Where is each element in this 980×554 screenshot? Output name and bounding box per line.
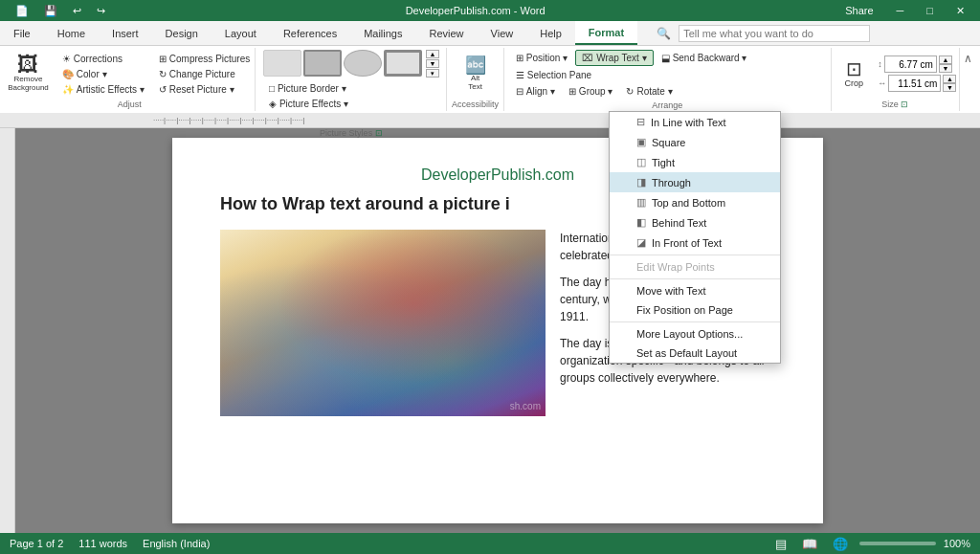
height-down[interactable]: ▼: [939, 64, 952, 73]
style-swatch-2[interactable]: [303, 50, 342, 77]
tab-help[interactable]: Help: [526, 21, 575, 45]
position-label: Position ▾: [526, 53, 568, 63]
remove-background-button[interactable]: 🖼 RemoveBackground: [3, 52, 54, 96]
read-mode-btn[interactable]: 📖: [798, 535, 821, 553]
style-swatch-1[interactable]: [263, 50, 301, 77]
corrections-button[interactable]: ☀ Corrections: [56, 52, 150, 66]
wrap-infront-item[interactable]: ◪ In Front of Text: [610, 233, 780, 253]
wrap-inline-label: In Line with Text: [651, 117, 726, 128]
tab-layout[interactable]: Layout: [212, 21, 270, 45]
wrap-behind-item[interactable]: ◧ Behind Text: [610, 212, 780, 233]
menu-undo[interactable]: ↩: [65, 3, 89, 19]
picture-border-icon: □: [269, 83, 275, 94]
picture-border-label: Picture Border ▾: [278, 83, 346, 94]
menu-redo[interactable]: ↪: [89, 3, 113, 19]
group-icon: ⊞: [568, 86, 576, 97]
tab-mailings[interactable]: Mailings: [350, 21, 415, 45]
rotate-button[interactable]: ↻ Rotate ▾: [620, 84, 678, 99]
corrections-icon: ☀: [62, 54, 71, 64]
wrap-text-icon: ⌧: [582, 53, 593, 63]
wrap-through-icon: ◨: [636, 176, 646, 188]
tab-review[interactable]: Review: [416, 21, 478, 45]
maximize-button[interactable]: □: [919, 3, 941, 18]
web-layout-btn[interactable]: 🌐: [829, 535, 852, 553]
wrap-through-item[interactable]: ◨ Through: [610, 172, 780, 192]
height-input[interactable]: [884, 55, 937, 73]
wrap-inline-icon: ⊟: [636, 116, 645, 128]
language: English (India): [143, 538, 210, 549]
crop-button[interactable]: ⊡ Crop: [834, 56, 874, 91]
width-up[interactable]: ▲: [943, 75, 956, 83]
wrap-text-label: Wrap Text ▾: [596, 53, 646, 63]
style-swatch-4[interactable]: [384, 50, 422, 77]
height-label: ↕: [878, 59, 882, 69]
ribbon-tabs: File Home Insert Design Layout Reference…: [0, 21, 980, 46]
tab-home[interactable]: Home: [44, 21, 99, 45]
tab-format[interactable]: Format: [575, 21, 637, 45]
arrange-group: ⊞ Position ▾ ⌧ Wrap Text ▾ ⬓ Send Backwa…: [504, 48, 832, 111]
wrap-edit-points-item: Edit Wrap Points: [610, 257, 780, 277]
wrap-square-label: Square: [652, 137, 685, 148]
picture-border-button[interactable]: □ Picture Border ▾: [263, 81, 354, 96]
menu-save[interactable]: 💾: [36, 3, 65, 19]
width-input[interactable]: [888, 75, 941, 92]
wrap-text-button[interactable]: ⌧ Wrap Text ▾: [575, 50, 653, 66]
wrap-move-with-text-item[interactable]: Move with Text: [610, 281, 780, 300]
wrap-square-icon: ▣: [636, 136, 646, 148]
wrap-inline-item[interactable]: ⊟ In Line with Text: [610, 112, 780, 132]
rotate-icon: ↻: [626, 86, 634, 97]
print-layout-btn[interactable]: ▤: [771, 535, 791, 553]
wrap-set-default-item[interactable]: Set as Default Layout: [610, 343, 780, 363]
wrap-move-with-text-label: Move with Text: [636, 285, 706, 297]
wrap-more-options-item[interactable]: More Layout Options...: [610, 324, 780, 343]
wrap-square-item[interactable]: ▣ Square: [610, 132, 780, 152]
wrap-edit-points-label: Edit Wrap Points: [636, 261, 715, 273]
artistic-effects-button[interactable]: ✨ Artistic Effects ▾: [56, 82, 150, 97]
zoom-slider[interactable]: [859, 542, 936, 545]
send-backward-button[interactable]: ⬓ Send Backward ▾: [656, 50, 753, 66]
picture-effects-button[interactable]: ◈ Picture Effects ▾: [263, 97, 354, 111]
styles-scroll-down[interactable]: ▼: [426, 59, 439, 68]
menu-file[interactable]: 📄: [8, 3, 36, 19]
wrap-tight-item[interactable]: ◫ Tight: [610, 152, 780, 172]
tab-references[interactable]: References: [270, 21, 350, 45]
selection-pane-button[interactable]: ☰ Selection Pane: [510, 68, 597, 82]
compress-pictures-button[interactable]: ⊞ Compress Pictures: [153, 52, 256, 66]
doc-image[interactable]: sh.com: [220, 230, 546, 416]
size-expand-icon[interactable]: ⊡: [901, 100, 908, 109]
minimize-button[interactable]: ─: [889, 3, 912, 18]
size-inputs: ↕ ▲ ▼ ↔ ▲ ▼: [878, 55, 956, 92]
word-count: 111 words: [78, 538, 127, 549]
send-backward-icon: ⬓: [661, 53, 670, 63]
tab-insert[interactable]: Insert: [99, 21, 152, 45]
styles-expand[interactable]: ▾: [426, 69, 439, 78]
ribbon-content: 🖼 RemoveBackground ☀ Corrections 🎨 Color…: [0, 46, 980, 113]
alt-text-button[interactable]: 🔤 AltText: [457, 54, 494, 94]
wrap-topbottom-item[interactable]: ▥ Top and Bottom: [610, 192, 780, 212]
picture-effects-icon: ◈: [269, 99, 277, 109]
style-swatch-3[interactable]: [344, 50, 382, 77]
position-button[interactable]: ⊞ Position ▾: [510, 50, 573, 66]
height-up[interactable]: ▲: [939, 55, 952, 64]
wrap-fix-position-label: Fix Position on Page: [636, 304, 733, 316]
align-button[interactable]: ⊟ Align ▾: [510, 84, 561, 99]
wrap-set-default-label: Set as Default Layout: [636, 347, 737, 359]
tab-view[interactable]: View: [478, 21, 527, 45]
tab-file[interactable]: File: [0, 21, 44, 45]
wrap-fix-position-item[interactable]: Fix Position on Page: [610, 300, 780, 320]
change-picture-button[interactable]: ↻ Change Picture: [153, 67, 256, 81]
menu-bar: 📄 💾 ↩ ↪ DeveloperPublish.com - Word Shar…: [0, 0, 980, 21]
crop-label: Crop: [845, 78, 864, 88]
collapse-ribbon-button[interactable]: ∧: [960, 48, 976, 111]
styles-scroll-up[interactable]: ▲: [426, 50, 439, 58]
share-button[interactable]: Share: [837, 3, 880, 18]
search-input[interactable]: [679, 25, 870, 42]
wrap-more-options-label: More Layout Options...: [636, 328, 743, 340]
close-button[interactable]: ✕: [948, 3, 972, 19]
width-down[interactable]: ▼: [943, 83, 956, 92]
tab-design[interactable]: Design: [152, 21, 212, 45]
wrap-tight-label: Tight: [652, 157, 675, 168]
color-button[interactable]: 🎨 Color ▾: [56, 67, 150, 81]
reset-picture-button[interactable]: ↺ Reset Picture ▾: [153, 82, 256, 97]
group-button[interactable]: ⊞ Group ▾: [563, 84, 619, 99]
